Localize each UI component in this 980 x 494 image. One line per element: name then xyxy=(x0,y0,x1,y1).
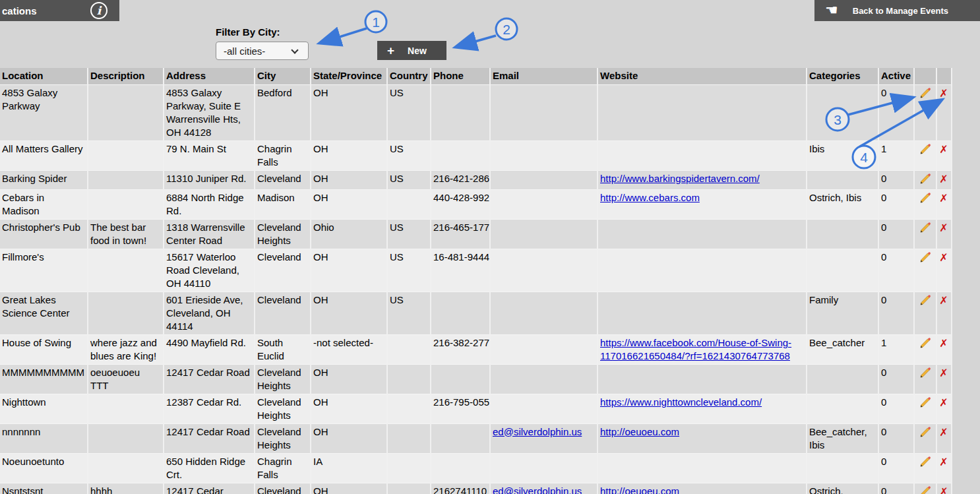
delete-x-icon[interactable]: ✗ xyxy=(939,338,948,350)
delete-x-icon[interactable]: ✗ xyxy=(939,397,948,409)
table-row: Cebars in Madison6884 North Ridge Rd.Mad… xyxy=(0,189,952,219)
cell-city: Cleveland Heights xyxy=(255,219,311,249)
cell-active: 0 xyxy=(878,364,914,394)
edit-pencil-icon[interactable] xyxy=(919,396,931,408)
cell-city: Chagrin Falls xyxy=(255,453,311,483)
cell-state-province: OH xyxy=(311,292,387,334)
cell-location: Cebars in Madison xyxy=(0,189,88,219)
cell-location: 4853 Galaxy Parkway xyxy=(0,84,88,140)
cell-active: 0 xyxy=(878,219,914,249)
cell-edit-action xyxy=(914,249,936,292)
column-header: Email xyxy=(490,68,597,84)
info-icon[interactable]: i xyxy=(90,2,107,19)
cell-address: 12417 Cedar Road xyxy=(164,364,255,394)
website-link[interactable]: https://www.nighttowncleveland.com/ xyxy=(600,396,762,408)
delete-x-icon[interactable]: ✗ xyxy=(939,252,948,264)
cell-address: 4490 Mayfield Rd. xyxy=(164,334,255,364)
cell-delete-action: ✗ xyxy=(936,483,952,494)
website-link[interactable]: http://www.cebars.com xyxy=(600,192,700,203)
new-button-label: New xyxy=(408,46,427,56)
cell-description xyxy=(88,292,164,334)
table-row: All Matters Gallery79 N. Main StChagrin … xyxy=(0,140,952,170)
cell-categories xyxy=(807,249,878,292)
cell-address: 650 Hidden Ridge Crt. xyxy=(164,453,255,483)
cell-description xyxy=(88,249,164,292)
edit-pencil-icon[interactable] xyxy=(919,367,931,379)
cell-country xyxy=(387,423,431,453)
column-header: Active xyxy=(878,68,914,84)
website-link[interactable]: http://oeuoeu.com xyxy=(600,485,679,494)
new-location-button[interactable]: + New xyxy=(377,41,446,60)
locations-table-wrap: LocationDescriptionAddressCityState/Prov… xyxy=(0,68,952,494)
column-header: Location xyxy=(0,68,88,84)
edit-pencil-icon[interactable] xyxy=(919,192,931,204)
cell-website xyxy=(597,364,807,394)
back-to-manage-events-button[interactable]: ☚ Back to Manage Events xyxy=(814,0,980,21)
header-row: LocationDescriptionAddressCityState/Prov… xyxy=(0,68,952,84)
cell-categories: Ibis xyxy=(807,140,878,170)
cell-categories xyxy=(807,453,878,483)
edit-pencil-icon[interactable] xyxy=(919,485,931,494)
website-link[interactable]: http://www.barkingspidertavern.com/ xyxy=(600,173,760,184)
edit-pencil-icon[interactable] xyxy=(919,426,931,438)
cell-description: The best bar food in town! xyxy=(88,219,164,249)
cell-location: Fillmore's xyxy=(0,249,88,292)
delete-x-icon[interactable]: ✗ xyxy=(939,427,948,439)
cell-email xyxy=(490,292,597,334)
locations-page: { "app": { "title_fragment": "cations", … xyxy=(0,0,980,494)
cell-description xyxy=(88,189,164,219)
website-link[interactable]: http://oeuoeu.com xyxy=(600,426,679,437)
cell-edit-action xyxy=(914,170,936,189)
cell-address: 12417 Cedar Road xyxy=(164,423,255,453)
cell-address: 1318 Warrensville Center Road xyxy=(164,219,255,249)
column-header: Address xyxy=(164,68,255,84)
cell-website xyxy=(597,249,807,292)
cell-website: https://www.nighttowncleveland.com/ xyxy=(597,394,807,423)
edit-pencil-icon[interactable] xyxy=(919,87,931,99)
delete-x-icon[interactable]: ✗ xyxy=(939,295,948,307)
edit-pencil-icon[interactable] xyxy=(919,294,931,306)
cell-email xyxy=(490,394,597,423)
edit-pencil-icon[interactable] xyxy=(919,337,931,349)
cell-location: Noeunoetunto xyxy=(0,453,88,483)
column-header: Website xyxy=(597,68,807,84)
pointing-hand-icon: ☚ xyxy=(825,3,838,18)
delete-x-icon[interactable]: ✗ xyxy=(939,173,948,185)
cell-location: Barking Spider xyxy=(0,170,88,189)
delete-x-icon[interactable]: ✗ xyxy=(939,88,948,100)
cell-address: 4853 Galaxy Parkway, Suite E Warrensvill… xyxy=(164,84,255,140)
delete-x-icon[interactable]: ✗ xyxy=(939,144,948,156)
cell-edit-action xyxy=(914,453,936,483)
city-filter-select[interactable]: -all cities- xyxy=(216,42,309,60)
delete-x-icon[interactable]: ✗ xyxy=(939,222,948,234)
back-button-label: Back to Manage Events xyxy=(853,6,965,16)
email-link[interactable]: ed@silverdolphin.us xyxy=(493,426,582,437)
cell-phone: 216-465-1770 xyxy=(431,219,490,249)
edit-pencil-icon[interactable] xyxy=(919,456,931,468)
edit-pencil-icon[interactable] xyxy=(919,173,931,185)
cell-country xyxy=(387,483,431,494)
cell-categories xyxy=(807,219,878,249)
delete-x-icon[interactable]: ✗ xyxy=(939,193,948,204)
edit-pencil-icon[interactable] xyxy=(919,143,931,155)
cell-delete-action: ✗ xyxy=(936,170,952,189)
delete-x-icon[interactable]: ✗ xyxy=(939,367,948,379)
delete-x-icon[interactable]: ✗ xyxy=(939,486,948,494)
cell-edit-action xyxy=(914,423,936,453)
cell-edit-action xyxy=(914,140,936,170)
cell-email xyxy=(490,334,597,364)
delete-x-icon[interactable]: ✗ xyxy=(939,456,948,468)
cell-delete-action: ✗ xyxy=(936,249,952,292)
website-link[interactable]: https://www.facebook.com/House-of-Swing-… xyxy=(600,337,791,361)
cell-website xyxy=(597,84,807,140)
cell-country xyxy=(387,334,431,364)
cell-website xyxy=(597,453,807,483)
cell-categories xyxy=(807,170,878,189)
column-header: Categories xyxy=(807,68,878,84)
edit-pencil-icon[interactable] xyxy=(919,222,931,233)
edit-pencil-icon[interactable] xyxy=(919,251,931,263)
table-row: MMMMMMMMMMoeuoeuoeu TTT12417 Cedar RoadC… xyxy=(0,364,952,394)
cell-categories xyxy=(807,364,878,394)
email-link[interactable]: ed@silverdolphin.us xyxy=(493,485,582,494)
annotation-2: 2 xyxy=(456,18,517,47)
